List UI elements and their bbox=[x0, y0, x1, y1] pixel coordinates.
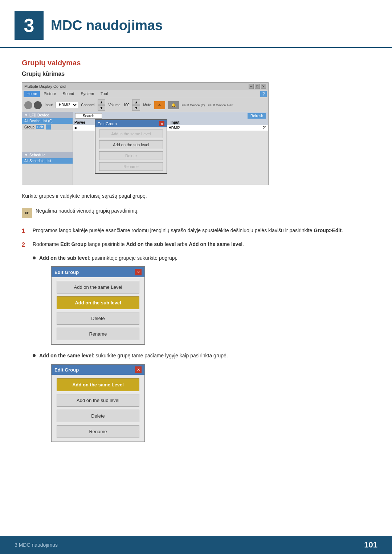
bullet-1: Add on the sub level: pasirinktoje grupė… bbox=[33, 254, 370, 262]
mdc-window-buttons: ─ □ ✕ bbox=[249, 84, 266, 89]
menu-picture[interactable]: Picture bbox=[41, 91, 59, 97]
footer-text: 3 MDC naudojimas bbox=[15, 542, 58, 548]
close-button[interactable]: ✕ bbox=[261, 84, 266, 89]
lfd-label: LFD Device bbox=[29, 113, 49, 117]
step-2-keyword3: Add on the same level bbox=[189, 241, 242, 247]
lfd-section-header: ▼LFD Device bbox=[22, 112, 73, 118]
dialog-2-btn-delete[interactable]: Delete bbox=[57, 410, 139, 422]
dialog-1-close[interactable]: ✕ bbox=[135, 269, 142, 275]
dialog-1-btn-same-level[interactable]: Add on the same Level bbox=[57, 281, 139, 294]
subsection-title: Grupių kūrimas bbox=[22, 71, 370, 77]
fault-device-icon: ⚠ bbox=[154, 101, 165, 109]
edit-group-title: Edit Group bbox=[98, 122, 117, 126]
dialog-1-body: Add on the same Level Add on the sub lev… bbox=[52, 277, 144, 344]
step-1-keyword: Group>Edit bbox=[314, 227, 342, 233]
channel-up-button[interactable]: ▲ bbox=[98, 99, 106, 105]
mdc-main-area: Search Refresh Power Input ■ HDMI2 21 Ed… bbox=[73, 112, 268, 185]
chapter-header: 3 MDC naudojimas bbox=[0, 0, 392, 48]
rename-btn-modal[interactable]: Rename bbox=[99, 162, 163, 171]
input-label: Input bbox=[45, 103, 53, 107]
help-icon[interactable]: ? bbox=[260, 91, 267, 97]
dialog-1-btn-delete[interactable]: Delete bbox=[57, 312, 139, 325]
mdc-window-screenshot: Multiple Display Control ─ □ ✕ Home Pict… bbox=[22, 82, 269, 185]
group-icon bbox=[46, 124, 51, 130]
chapter-number: 3 bbox=[15, 11, 44, 40]
maximize-button[interactable]: □ bbox=[255, 84, 260, 89]
volume-down-button[interactable]: ▼ bbox=[132, 105, 140, 111]
dialog-2-btn-rename[interactable]: Rename bbox=[57, 425, 139, 438]
fault-device-label: Fault Device (2) bbox=[182, 103, 205, 107]
all-schedule-list[interactable]: All Schedule List bbox=[22, 158, 73, 164]
dialog-1-btn-sub-level[interactable]: Add on the sub level bbox=[57, 296, 139, 309]
note-icon: ✏ bbox=[22, 208, 32, 218]
step-2-keyword2: Add on the sub level bbox=[126, 241, 176, 247]
dialog-1-titlebar: Edit Group ✕ bbox=[52, 267, 144, 277]
step-1-text: Programos lango kairėje pusėje esančiame… bbox=[33, 227, 343, 235]
note-box: ✏ Negalima naudoti vienodų grupių pavadi… bbox=[22, 205, 370, 221]
page-footer: 3 MDC naudojimas 101 bbox=[0, 536, 392, 554]
step-2-keyword1: Edit Group bbox=[60, 241, 86, 247]
volume-up-button[interactable]: ▲ bbox=[132, 99, 140, 105]
dialog-2-body: Add on the same Level Add on the sub lev… bbox=[52, 375, 144, 442]
dialog-2-btn-same-level[interactable]: Add on the same Level bbox=[57, 378, 139, 391]
edit-button[interactable]: Edit bbox=[36, 125, 45, 129]
dialog-2-container: Edit Group ✕ Add on the same Level Add o… bbox=[51, 364, 145, 442]
dialog-1-btn-rename[interactable]: Rename bbox=[57, 328, 139, 340]
col-input: Input bbox=[171, 120, 267, 124]
step-1-number: 1 bbox=[22, 227, 29, 235]
menu-tool[interactable]: Tool bbox=[98, 91, 111, 97]
add-same-level-btn-modal[interactable]: Add in the same Level bbox=[99, 130, 163, 138]
step-2-text: Rodomame Edit Group lange pasirinkite Ad… bbox=[33, 241, 244, 249]
dialog-2-close[interactable]: ✕ bbox=[135, 366, 142, 373]
dialog-1-container: Edit Group ✕ Add on the same Level Add o… bbox=[51, 266, 145, 345]
schedule-label: Schedule bbox=[29, 153, 45, 157]
footer-page: 101 bbox=[364, 540, 377, 550]
menu-sound[interactable]: Sound bbox=[60, 91, 77, 97]
mdc-body: ▼LFD Device All Device List (0) Group Ed… bbox=[22, 112, 268, 185]
search-field: Search bbox=[75, 113, 102, 119]
delete-btn-modal[interactable]: Delete bbox=[99, 151, 163, 160]
step-1: 1 Programos lango kairėje pusėje esančia… bbox=[22, 227, 370, 235]
dialog-2-title: Edit Group bbox=[54, 367, 79, 373]
bullet-2-label: Add on the same level bbox=[39, 353, 93, 358]
content-area: Grupių valdymas Grupių kūrimas Multiple … bbox=[0, 59, 392, 442]
add-sub-level-btn-modal[interactable]: Add on the sub level bbox=[99, 140, 163, 149]
note-text: Negalima naudoti vienodų grupių pavadini… bbox=[36, 208, 139, 214]
dialog-2: Edit Group ✕ Add on the same Level Add o… bbox=[51, 364, 145, 442]
mdc-toolbar: Input HDMI2 Channel ▲ ▼ Volume 100 ▲ ▼ M… bbox=[22, 98, 268, 112]
mdc-titlebar: Multiple Display Control ─ □ ✕ bbox=[22, 83, 268, 90]
fault-alert-label: Fault Device Alert bbox=[208, 103, 233, 107]
step-2-number: 2 bbox=[22, 241, 29, 249]
mdc-title: Multiple Display Control bbox=[24, 84, 66, 89]
refresh-button[interactable]: Refresh bbox=[248, 113, 266, 119]
menu-home[interactable]: Home bbox=[24, 91, 40, 97]
mdc-main-header: Search Refresh bbox=[73, 112, 268, 120]
bullet-1-label: Add on the sub level bbox=[39, 255, 89, 261]
edit-group-close-button[interactable]: ✕ bbox=[159, 121, 164, 126]
group-row: Group Edit bbox=[22, 124, 73, 130]
bullet-1-text: Add on the sub level: pasirinktoje grupė… bbox=[39, 254, 177, 262]
cell-input-value: HDMI2 bbox=[168, 126, 262, 130]
bullet-2-dot bbox=[33, 354, 36, 357]
bullet-2: Add on the same level: sukurkite grupę t… bbox=[33, 352, 370, 360]
minimize-button[interactable]: ─ bbox=[249, 84, 254, 89]
body-text: Kurkite grupes ir valdykite prietaisų są… bbox=[22, 192, 370, 200]
fault-alert-icon: 🔔 bbox=[168, 101, 179, 109]
menu-system[interactable]: System bbox=[78, 91, 97, 97]
power-off-icon[interactable] bbox=[34, 101, 42, 109]
dialog-1-title: Edit Group bbox=[54, 270, 79, 275]
channel-down-button[interactable]: ▼ bbox=[98, 105, 106, 111]
volume-value: 100 bbox=[123, 103, 130, 107]
channel-label: Channel bbox=[81, 103, 94, 107]
dialog-2-btn-sub-level[interactable]: Add on the sub level bbox=[57, 394, 139, 407]
volume-label: Volume bbox=[108, 103, 120, 107]
input-select[interactable]: HDMI2 bbox=[56, 102, 78, 108]
all-device-list[interactable]: All Device List (0) bbox=[22, 118, 73, 124]
dialog-1: Edit Group ✕ Add on the same Level Add o… bbox=[51, 266, 145, 345]
schedule-section-header: ▼Schedule bbox=[22, 152, 73, 158]
bullet-1-dot bbox=[33, 257, 36, 259]
group-label: Group bbox=[24, 125, 34, 129]
mdc-sidebar: ▼LFD Device All Device List (0) Group Ed… bbox=[22, 112, 73, 185]
power-on-icon[interactable] bbox=[24, 101, 32, 109]
edit-group-titlebar: Edit Group ✕ bbox=[95, 120, 167, 127]
